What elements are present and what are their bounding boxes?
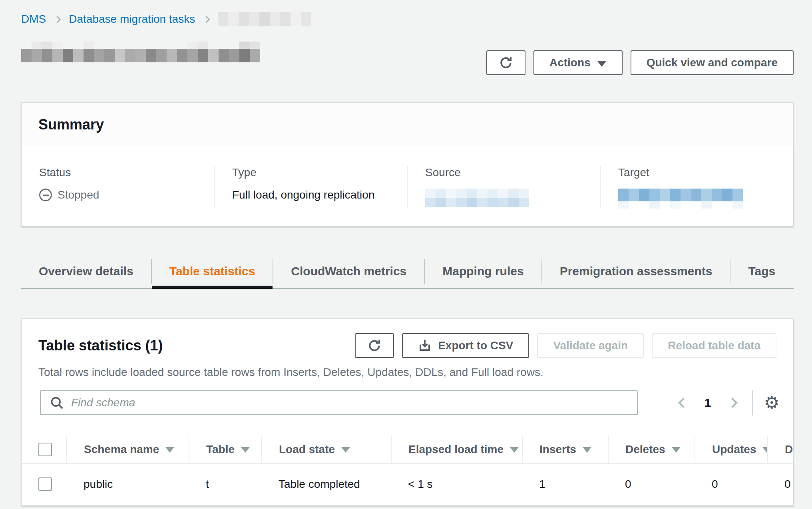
tab-mapping-rules[interactable]: Mapping rules xyxy=(425,254,541,288)
table-cell: < 1 s xyxy=(391,463,522,505)
validate-again-button[interactable]: Validate again xyxy=(537,333,644,358)
page-title-redacted-row xyxy=(21,42,260,49)
column-header-label: Inserts xyxy=(539,443,576,455)
refresh-button[interactable] xyxy=(486,50,525,75)
summary-body: Status Stopped Type Full load, ongoing r… xyxy=(22,146,793,226)
sort-triangle-icon[interactable] xyxy=(583,447,591,453)
quick-view-label: Quick view and compare xyxy=(647,56,778,69)
tab-table-statistics[interactable]: Table statistics xyxy=(152,254,273,288)
sort-triangle-icon[interactable] xyxy=(762,447,768,453)
column-header-schema-name[interactable]: Schema name xyxy=(67,435,189,463)
stopped-status-icon xyxy=(39,189,52,201)
column-header-load-state[interactable]: Load state xyxy=(262,435,391,463)
column-header-label: Updates xyxy=(712,443,756,455)
tabs: Overview detailsTable statisticsCloudWat… xyxy=(21,254,794,289)
sort-triangle-icon[interactable] xyxy=(672,447,681,453)
previous-page-icon[interactable] xyxy=(678,398,688,408)
search-wrap xyxy=(40,390,638,415)
quick-view-compare-button[interactable]: Quick view and compare xyxy=(631,50,794,75)
column-header-deletes[interactable]: Deletes xyxy=(608,435,695,463)
column-header-table[interactable]: Table xyxy=(189,435,262,463)
column-header-label: Load state xyxy=(279,443,335,455)
actions-button[interactable]: Actions xyxy=(533,50,623,75)
reload-table-data-label: Reload table data xyxy=(668,339,760,352)
settings-gear-icon[interactable]: ⚙ xyxy=(764,394,780,412)
table-statistics-panel: Table statistics (1) Export to CSV xyxy=(21,318,794,506)
column-header-label: D xyxy=(785,443,793,455)
source-redacted-row xyxy=(425,198,583,207)
status-value: Stopped xyxy=(39,189,197,201)
search-icon xyxy=(50,396,64,410)
export-to-csv-button[interactable]: Export to CSV xyxy=(402,333,529,358)
table-cell: public xyxy=(67,463,189,505)
row-select-cell xyxy=(22,463,67,505)
breadcrumb-link-dms[interactable]: DMS xyxy=(21,13,46,26)
table-statistics-description: Total rows include loaded source table r… xyxy=(22,358,793,380)
sort-triangle-icon[interactable] xyxy=(165,447,174,453)
tab-premigration-assessments[interactable]: Premigration assessments xyxy=(542,254,730,288)
page-title-redacted xyxy=(21,42,260,62)
table-cell: Table completed xyxy=(262,463,391,505)
source-label: Source xyxy=(425,166,583,179)
sort-triangle-icon[interactable] xyxy=(241,447,250,453)
summary-field-source: Source xyxy=(407,166,600,209)
dms-task-page: DMS Database migration tasks Actions Qui… xyxy=(0,0,812,506)
summary-field-type: Type Full load, ongoing replication xyxy=(214,166,407,209)
table-statistics-table: Schema nameTableLoad stateElapsed load t… xyxy=(22,435,794,505)
refresh-icon xyxy=(367,338,382,353)
stats-table-header-row: Schema nameTableLoad stateElapsed load t… xyxy=(22,435,794,463)
column-header-updates[interactable]: Updates xyxy=(695,435,768,463)
tab-cloudwatch-metrics[interactable]: CloudWatch metrics xyxy=(273,254,424,288)
column-header-d[interactable]: D xyxy=(768,435,794,463)
target-redacted-row xyxy=(618,189,776,201)
target-label: Target xyxy=(618,166,776,179)
table-statistics-actions: Export to CSV Validate again Reload tabl… xyxy=(355,333,776,358)
page-actions: Actions Quick view and compare xyxy=(486,50,794,75)
target-value-redacted xyxy=(618,189,776,209)
pagination-divider xyxy=(752,390,753,416)
page-header: Actions Quick view and compare xyxy=(21,39,794,76)
breadcrumb-redacted-task-name xyxy=(218,12,311,26)
breadcrumb: DMS Database migration tasks xyxy=(21,11,794,27)
status-label: Status xyxy=(39,166,197,179)
sort-triangle-icon[interactable] xyxy=(510,447,519,453)
sort-triangle-icon[interactable] xyxy=(341,447,350,453)
table-cell: 1 xyxy=(522,463,608,505)
chevron-right-icon xyxy=(54,16,61,23)
table-statistics-title: Table statistics (1) xyxy=(38,337,163,354)
validate-again-label: Validate again xyxy=(553,339,628,352)
chevron-right-icon xyxy=(203,16,210,23)
find-schema-input[interactable] xyxy=(40,390,638,415)
table-cell: 0 xyxy=(608,463,695,505)
tab-tags[interactable]: Tags xyxy=(730,254,793,288)
tab-overview-details[interactable]: Overview details xyxy=(21,254,151,288)
next-page-icon[interactable] xyxy=(727,398,737,408)
column-header-inserts[interactable]: Inserts xyxy=(522,435,608,463)
summary-title: Summary xyxy=(38,116,776,133)
breadcrumb-link-tasks[interactable]: Database migration tasks xyxy=(69,13,195,26)
table-refresh-button[interactable] xyxy=(355,333,394,358)
source-value-redacted xyxy=(425,189,583,207)
pagination: 1 xyxy=(680,396,736,410)
select-all-header-cell xyxy=(22,435,67,463)
source-redacted-row xyxy=(425,189,583,198)
download-icon xyxy=(418,339,432,352)
column-header-elapsed-load-time[interactable]: Elapsed load time xyxy=(391,435,522,463)
type-value: Full load, ongoing replication xyxy=(232,189,390,201)
export-to-csv-label: Export to CSV xyxy=(438,339,513,352)
select-all-checkbox[interactable] xyxy=(38,443,52,456)
page-title-redacted-row xyxy=(21,49,260,62)
column-header-label: Schema name xyxy=(84,443,159,455)
caret-down-icon xyxy=(597,61,607,67)
search-row: 1 ⚙ xyxy=(22,390,793,416)
refresh-icon xyxy=(499,56,513,70)
table-cell: t xyxy=(189,463,262,505)
reload-table-data-button[interactable]: Reload table data xyxy=(652,333,776,358)
column-header-label: Elapsed load time xyxy=(408,443,504,455)
table-cell: 0 xyxy=(695,463,768,505)
summary-header: Summary xyxy=(22,103,793,146)
summary-panel: Summary Status Stopped Type Full load, o… xyxy=(21,102,794,227)
column-header-label: Table xyxy=(206,443,235,455)
row-checkbox[interactable] xyxy=(38,477,52,491)
status-text: Stopped xyxy=(58,189,99,201)
